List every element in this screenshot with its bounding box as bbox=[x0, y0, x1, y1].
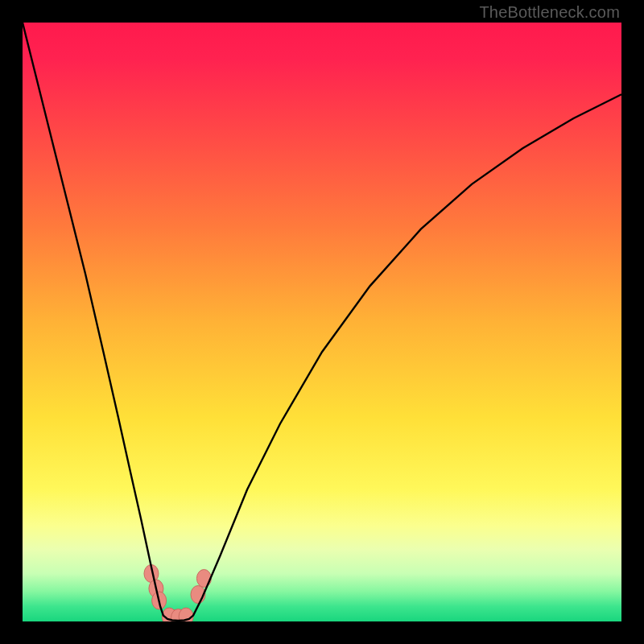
bottleneck-curve bbox=[23, 23, 621, 621]
marker-cluster bbox=[144, 564, 211, 621]
curve-line bbox=[23, 23, 621, 621]
watermark-text: TheBottleneck.com bbox=[479, 3, 620, 22]
chart-area bbox=[23, 23, 621, 621]
marker-blob bbox=[196, 569, 211, 587]
